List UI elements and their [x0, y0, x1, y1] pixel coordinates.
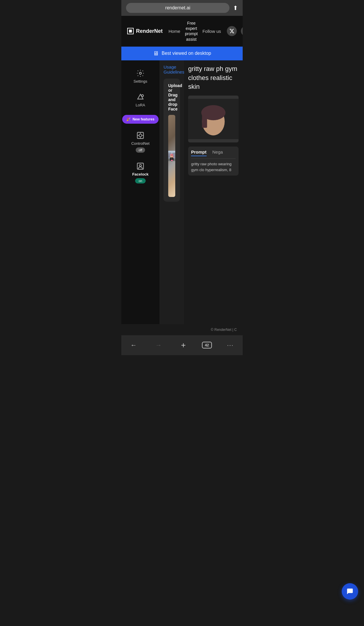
back-button[interactable]: ← [127, 339, 140, 352]
discord-icon[interactable] [241, 26, 243, 36]
prompt-content: gritty raw photo wearing gym clo hyperre… [191, 161, 236, 173]
main-content: Settings LoRA 🎉 New features ControlNet … [121, 60, 243, 324]
new-tab-button[interactable]: + [177, 339, 190, 352]
settings-label: Settings [134, 79, 147, 84]
nav-area: RenderNet Home Free expert prompt assist… [121, 16, 243, 47]
controlnet-icon [136, 131, 144, 140]
share-icon[interactable]: ⬆ [233, 4, 238, 11]
facelock-icon [136, 162, 144, 170]
svg-rect-19 [171, 158, 173, 158]
tabs-header: Prompt Nega [191, 149, 236, 159]
image-preview-right [188, 96, 239, 142]
footer: © RenderNet | C [121, 324, 243, 335]
facelock-toggle[interactable]: on [135, 178, 146, 183]
new-features-button[interactable]: 🎉 New features [122, 115, 159, 124]
svg-point-0 [140, 72, 142, 74]
svg-rect-15 [169, 153, 169, 154]
usage-guidelines-link[interactable]: Usage Guidelines [164, 64, 180, 74]
lora-label: LoRA [136, 103, 145, 107]
svg-rect-35 [202, 113, 207, 128]
lora-icon [136, 93, 144, 101]
url-bar[interactable]: rendernet.ai [126, 3, 229, 13]
svg-point-6 [140, 164, 142, 166]
logo: RenderNet [127, 28, 163, 34]
svg-point-4 [139, 134, 142, 137]
tab-negative[interactable]: Nega [212, 149, 223, 156]
new-features-label: New features [132, 117, 154, 121]
svg-rect-14 [169, 153, 169, 154]
preview-image-svg [188, 96, 239, 142]
facelock-label: Facelock [132, 172, 149, 176]
svg-rect-12 [169, 153, 169, 153]
desktop-banner: 🖥 Best viewed on desktop [121, 47, 243, 60]
svg-rect-22 [172, 160, 173, 161]
svg-rect-11 [169, 153, 169, 153]
face-image-container[interactable] [168, 115, 175, 197]
logo-text: RenderNet [136, 28, 163, 34]
svg-rect-20 [171, 158, 173, 159]
controlnet-label: ControlNet [131, 141, 149, 146]
logo-icon [127, 28, 134, 34]
sidebar-item-settings[interactable]: Settings [121, 65, 159, 88]
monitor-icon: 🖥 [153, 50, 159, 57]
sidebar: Settings LoRA 🎉 New features ControlNet … [121, 60, 159, 324]
forward-button[interactable]: → [152, 339, 165, 352]
tabs-counter[interactable]: 42 [202, 342, 212, 348]
right-panel: gritty raw ph gym clothes realistic skin… [184, 60, 243, 324]
nav-icons: ● [227, 26, 243, 36]
center-panel: Usage Guidelines Upload or Drag and drop… [159, 60, 184, 324]
settings-icon [136, 69, 144, 77]
copyright-text: © RenderNet | C [211, 328, 237, 332]
svg-rect-13 [170, 153, 170, 153]
x-social-icon[interactable] [227, 26, 237, 36]
home-nav-link[interactable]: Home [169, 29, 180, 34]
svg-point-2 [142, 95, 144, 97]
upload-card: Upload or Drag and drop Face [164, 79, 180, 202]
nav-links: Home Free expert prompt assist Follow us [169, 21, 221, 42]
banner-text: Best viewed on desktop [162, 51, 211, 56]
prompt-text-preview: gritty raw ph gym clothes realistic skin [188, 64, 239, 91]
sidebar-item-facelock[interactable]: Facelock on [121, 158, 159, 188]
face-image-svg [168, 115, 175, 197]
prompt-tabs-section: Prompt Nega gritty raw photo wearing gym… [188, 147, 239, 176]
browser-bar: rendernet.ai ⬆ [121, 0, 243, 16]
sidebar-item-controlnet[interactable]: ControlNet off [121, 127, 159, 157]
sidebar-item-lora[interactable]: LoRA [121, 89, 159, 111]
controlnet-toggle[interactable]: off [136, 147, 145, 153]
prompt-assist-nav-link[interactable]: Free expert prompt assist [185, 21, 198, 42]
bottom-nav: ← → + 42 ··· [121, 335, 243, 355]
more-button[interactable]: ··· [224, 339, 237, 352]
follow-us-nav-link[interactable]: Follow us [203, 29, 221, 34]
upload-label: Upload or Drag and drop Face [168, 83, 175, 111]
new-features-emoji: 🎉 [126, 117, 131, 121]
tab-prompt[interactable]: Prompt [191, 149, 207, 156]
svg-rect-21 [171, 160, 172, 161]
